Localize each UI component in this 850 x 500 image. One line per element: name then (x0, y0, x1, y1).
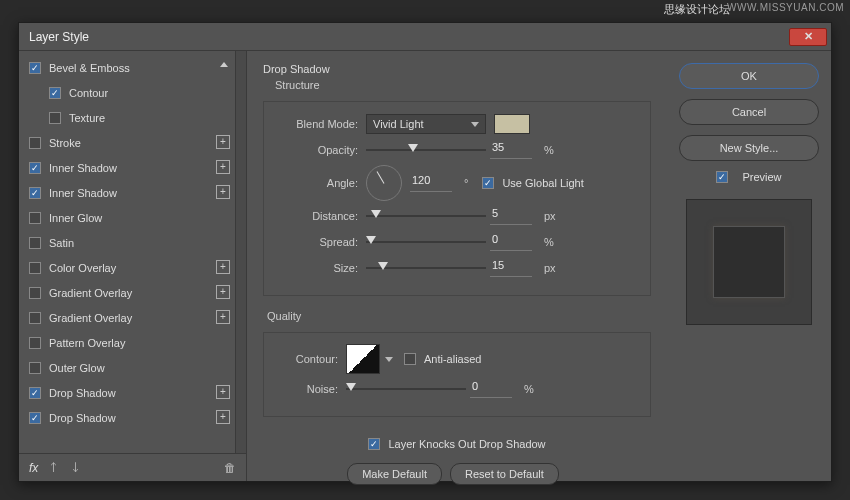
panel-title: Drop Shadow (263, 63, 651, 75)
noise-label: Noise: (280, 383, 338, 395)
effect-row-pattern-overlay[interactable]: Pattern Overlay (19, 330, 246, 355)
make-default-button[interactable]: Make Default (347, 463, 442, 485)
close-button[interactable]: ✕ (789, 28, 827, 46)
distance-value[interactable]: 5 (490, 207, 532, 225)
blend-mode-value: Vivid Light (373, 118, 424, 130)
effect-checkbox[interactable] (29, 287, 41, 299)
angle-label: Angle: (280, 177, 358, 189)
knockout-checkbox[interactable]: ✓ (368, 438, 380, 450)
distance-unit: px (544, 210, 556, 222)
size-slider[interactable] (366, 258, 486, 278)
effect-row-contour[interactable]: ✓Contour (19, 80, 246, 105)
add-effect-icon[interactable]: + (216, 260, 230, 274)
effect-checkbox[interactable]: ✓ (29, 387, 41, 399)
spread-slider[interactable] (366, 232, 486, 252)
effect-row-satin[interactable]: Satin (19, 230, 246, 255)
opacity-value[interactable]: 35 (490, 141, 532, 159)
effects-list: ✓Bevel & Emboss✓ContourTextureStroke+✓In… (19, 51, 246, 453)
effect-row-drop-shadow[interactable]: ✓Drop Shadow+ (19, 405, 246, 430)
effect-label: Satin (49, 237, 74, 249)
size-label: Size: (280, 262, 358, 274)
scrollbar-thumb[interactable] (237, 55, 245, 81)
spread-value[interactable]: 0 (490, 233, 532, 251)
add-effect-icon[interactable]: + (216, 135, 230, 149)
trash-icon[interactable]: 🗑 (224, 461, 236, 475)
contour-label: Contour: (280, 353, 338, 365)
reset-default-button[interactable]: Reset to Default (450, 463, 559, 485)
cancel-button[interactable]: Cancel (679, 99, 819, 125)
effect-label: Color Overlay (49, 262, 116, 274)
quality-group: Contour: Anti-aliased Noise: 0 % (263, 332, 651, 417)
effect-label: Inner Shadow (49, 187, 117, 199)
effect-checkbox[interactable] (29, 137, 41, 149)
effect-row-inner-shadow[interactable]: ✓Inner Shadow+ (19, 155, 246, 180)
effect-row-gradient-overlay[interactable]: Gradient Overlay+ (19, 305, 246, 330)
effect-checkbox[interactable]: ✓ (29, 62, 41, 74)
opacity-unit: % (544, 144, 554, 156)
opacity-slider[interactable] (366, 140, 486, 160)
effect-row-gradient-overlay[interactable]: Gradient Overlay+ (19, 280, 246, 305)
effect-label: Stroke (49, 137, 81, 149)
add-effect-icon[interactable]: + (216, 385, 230, 399)
size-unit: px (544, 262, 556, 274)
use-global-checkbox[interactable]: ✓ (482, 177, 494, 189)
effect-checkbox[interactable] (29, 362, 41, 374)
noise-slider[interactable] (346, 379, 466, 399)
blend-mode-label: Blend Mode: (280, 118, 358, 130)
effect-label: Bevel & Emboss (49, 62, 130, 74)
effect-row-stroke[interactable]: Stroke+ (19, 130, 246, 155)
effects-sidebar: ✓Bevel & Emboss✓ContourTextureStroke+✓In… (19, 51, 247, 481)
spread-unit: % (544, 236, 554, 248)
noise-value[interactable]: 0 (470, 380, 512, 398)
color-swatch[interactable] (494, 114, 530, 134)
effect-row-outer-glow[interactable]: Outer Glow (19, 355, 246, 380)
effect-checkbox[interactable] (29, 212, 41, 224)
effect-label: Inner Glow (49, 212, 102, 224)
size-value[interactable]: 15 (490, 259, 532, 277)
arrow-up-icon[interactable]: 🡑 (48, 461, 60, 475)
effect-checkbox[interactable] (29, 312, 41, 324)
effect-row-bevel-emboss[interactable]: ✓Bevel & Emboss (19, 55, 246, 80)
quality-heading: Quality (267, 310, 651, 322)
new-style-button[interactable]: New Style... (679, 135, 819, 161)
blend-mode-dropdown[interactable]: Vivid Light (366, 114, 486, 134)
effect-label: Texture (69, 112, 105, 124)
add-effect-icon[interactable]: + (216, 310, 230, 324)
antialias-checkbox[interactable] (404, 353, 416, 365)
ok-button[interactable]: OK (679, 63, 819, 89)
spread-label: Spread: (280, 236, 358, 248)
effect-row-drop-shadow[interactable]: ✓Drop Shadow+ (19, 380, 246, 405)
effect-checkbox[interactable] (29, 337, 41, 349)
effect-checkbox[interactable] (29, 262, 41, 274)
effect-checkbox[interactable]: ✓ (29, 162, 41, 174)
contour-picker[interactable] (346, 344, 380, 374)
effect-checkbox[interactable]: ✓ (49, 87, 61, 99)
effect-row-texture[interactable]: Texture (19, 105, 246, 130)
preview-checkbox[interactable]: ✓ (716, 171, 728, 183)
angle-dial[interactable] (366, 165, 402, 201)
effects-footer: fx 🡑 🡓 🗑 (19, 453, 246, 481)
effect-checkbox[interactable]: ✓ (29, 187, 41, 199)
effect-row-inner-glow[interactable]: Inner Glow (19, 205, 246, 230)
effect-label: Outer Glow (49, 362, 105, 374)
chevron-up-icon[interactable] (220, 62, 228, 67)
effect-checkbox[interactable] (29, 237, 41, 249)
add-effect-icon[interactable]: + (216, 185, 230, 199)
layer-style-dialog: Layer Style ✕ ✓Bevel & Emboss✓ContourTex… (18, 22, 832, 482)
effect-row-inner-shadow[interactable]: ✓Inner Shadow+ (19, 180, 246, 205)
add-effect-icon[interactable]: + (216, 410, 230, 424)
effect-checkbox[interactable] (49, 112, 61, 124)
fx-icon[interactable]: fx (29, 461, 38, 475)
distance-slider[interactable] (366, 206, 486, 226)
noise-unit: % (524, 383, 534, 395)
arrow-down-icon[interactable]: 🡓 (70, 461, 82, 475)
add-effect-icon[interactable]: + (216, 285, 230, 299)
add-effect-icon[interactable]: + (216, 160, 230, 174)
opacity-label: Opacity: (280, 144, 358, 156)
effect-label: Contour (69, 87, 108, 99)
angle-value[interactable]: 120 (410, 174, 452, 192)
effect-label: Drop Shadow (49, 387, 116, 399)
effect-label: Inner Shadow (49, 162, 117, 174)
effect-checkbox[interactable]: ✓ (29, 412, 41, 424)
effect-row-color-overlay[interactable]: Color Overlay+ (19, 255, 246, 280)
